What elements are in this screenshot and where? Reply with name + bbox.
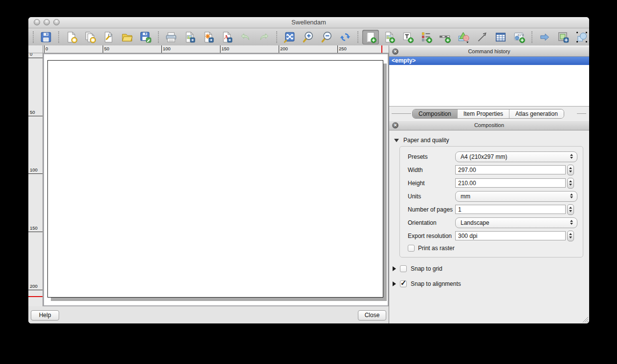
titlebar[interactable]: Swellendam [28,17,589,28]
height-input[interactable] [455,178,566,188]
pages-input[interactable] [455,205,566,214]
pages-stepper[interactable] [567,204,574,215]
page-extent-marker [28,296,43,297]
undo-button[interactable] [237,30,254,44]
window-controls [34,19,60,25]
redo-icon [258,31,270,43]
pan-button[interactable] [536,30,553,44]
vertical-ruler: 0 50 100 150 200 [28,53,43,306]
toolbar-separator [531,31,532,43]
pages-row: Number of pages [400,203,583,216]
close-panel-icon[interactable] [392,48,398,55]
add-table-icon [494,31,507,43]
composer-manager-button[interactable] [100,30,117,44]
toolbar-separator [276,31,277,43]
add-legend-button[interactable] [418,30,435,44]
zoom-in-icon [302,31,314,43]
close-button[interactable]: Close [358,310,386,321]
redo-button[interactable] [256,30,272,44]
snap-to-alignments-checkbox[interactable] [400,280,407,287]
minimize-window-button[interactable] [44,19,50,25]
tab-item-properties[interactable]: Item Properties [457,109,509,118]
orientation-dropdown[interactable]: Landscape [455,217,577,228]
zoom-full-icon [283,31,296,43]
height-row: Height [400,176,583,190]
snap-to-grid-checkbox[interactable] [400,265,407,272]
add-scalebar-icon [439,31,451,43]
print-icon [165,31,177,43]
presets-dropdown[interactable]: A4 (210x297 mm) [455,151,577,162]
command-history-list[interactable]: <empty> [389,57,589,107]
tab-composition[interactable]: Composition [413,109,457,118]
add-scalebar-button[interactable] [437,30,453,44]
ruler-label: 200 [280,46,288,51]
new-composer-icon [65,31,78,43]
save-template-icon [139,31,152,43]
height-stepper[interactable] [567,178,574,189]
save-project-button[interactable] [38,30,54,44]
export-svg-icon [202,31,215,43]
zoom-window-button[interactable] [53,19,60,25]
zoom-out-button[interactable] [318,30,335,44]
ruler-label: 200 [30,283,38,289]
width-stepper[interactable] [567,165,574,175]
load-from-template-button[interactable] [119,30,135,44]
tab-atlas-generation[interactable]: Atlas generation [509,109,564,118]
close-panel-icon[interactable] [392,122,398,128]
select-move-item-button[interactable] [573,30,589,44]
open-folder-icon [121,31,133,43]
print-button[interactable] [163,30,179,44]
units-dropdown[interactable]: mm [455,191,577,202]
ruler-tick [279,45,279,53]
add-image-button[interactable] [381,30,397,44]
duplicate-composer-button[interactable] [82,30,98,44]
resolution-label: Export resolution [408,233,455,239]
zoom-in-button[interactable] [300,30,316,44]
toolbar-separator [158,31,159,43]
print-as-raster-checkbox[interactable] [408,245,415,252]
paper-quality-group-toggle[interactable]: Paper and quality [394,137,589,144]
composition-page[interactable] [47,60,383,298]
add-shape-button[interactable] [455,30,472,44]
add-label-button[interactable] [399,30,416,44]
orientation-value: Landscape [456,218,577,228]
width-input[interactable] [455,165,566,174]
command-history-header: Command history [389,46,589,57]
add-html-frame-button[interactable]: </> [511,30,528,44]
export-as-image-button[interactable] [181,30,198,44]
dropdown-arrows-icon [570,193,573,198]
expand-triangle-icon[interactable] [393,281,396,286]
ruler-tick [337,45,338,53]
toolbar-grip [33,31,34,43]
resize-grip[interactable] [582,316,589,323]
window-title: Swellendam [291,19,326,26]
refresh-icon [339,31,352,43]
close-window-button[interactable] [34,19,40,25]
ruler-tick [28,173,43,174]
export-as-pdf-button[interactable]: A [219,30,235,44]
refresh-view-button[interactable] [337,30,353,44]
export-as-svg-button[interactable] [200,30,217,44]
save-icon [40,31,52,43]
ruler-tick [161,45,162,53]
add-attribute-table-button[interactable] [492,30,509,44]
resolution-input[interactable] [455,231,566,240]
zoom-full-button[interactable] [281,30,298,44]
expand-triangle-icon[interactable] [393,266,396,271]
canvas-viewport[interactable] [43,53,389,306]
ruler-tick [103,45,103,53]
composer-pane: 0 50 100 150 200 250 0 50 100 150 200 He… [28,45,389,323]
presets-row: Presets A4 (210x297 mm) [400,150,583,163]
composition-panel-header: Composition [389,120,589,130]
add-new-map-button[interactable] [362,30,379,44]
add-arrow-button[interactable] [474,30,490,44]
history-item[interactable]: <empty> [389,57,589,65]
help-button[interactable]: Help [31,310,59,321]
side-panel: Command history <empty> Composition Item… [389,45,589,323]
save-as-template-button[interactable] [137,30,154,44]
resolution-stepper[interactable] [567,231,574,241]
width-label: Width [408,167,455,173]
move-item-content-button[interactable] [555,30,572,44]
zoom-out-icon [320,31,333,43]
new-composer-button[interactable] [63,30,80,44]
